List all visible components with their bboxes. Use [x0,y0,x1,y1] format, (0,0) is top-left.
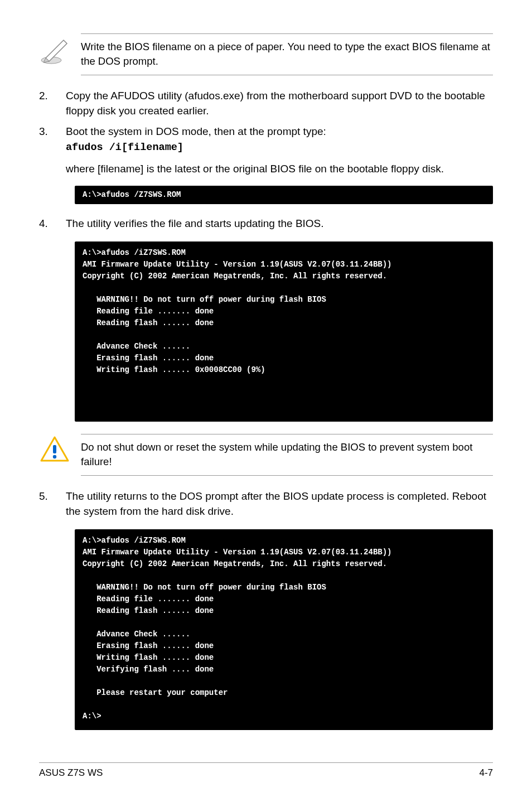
pen-icon [39,35,70,66]
caution-icon [39,435,70,463]
step-number: 5. [39,489,66,519]
where-paragraph: where [filename] is the latest or the or… [66,162,493,177]
svg-rect-2 [53,445,56,453]
note-text: Write the BIOS filename on a piece of pa… [81,33,493,75]
step-4: 4. The utility verifies the file and sta… [39,216,493,231]
step-body: Copy the AFUDOS utility (afudos.exe) fro… [66,89,493,119]
caution-block: Do not shut down or reset the system whi… [39,434,493,476]
terminal-output-1: A:\>afudos /Z7SWS.ROM [75,186,493,204]
step-body: The utility verifies the file and starts… [66,216,493,231]
icon-col [39,33,81,68]
step-number: 4. [39,216,66,231]
icon-col [39,434,81,465]
step-3-text: Boot the system in DOS mode, then at the… [66,125,326,137]
step-3-code: afudos /i[filename] [66,142,183,153]
terminal-output-3: A:\>afudos /iZ7SWS.ROM AMI Firmware Upda… [75,529,493,730]
footer-left: ASUS Z7S WS [39,767,103,779]
step-body: The utility returns to the DOS prompt af… [66,489,493,519]
step-3: 3. Boot the system in DOS mode, then at … [39,124,493,155]
step-body: Boot the system in DOS mode, then at the… [66,124,493,155]
step-number: 3. [39,124,66,155]
footer-right: 4-7 [479,767,493,779]
caution-text: Do not shut down or reset the system whi… [81,434,493,476]
terminal-output-2: A:\>afudos /iZ7SWS.ROM AMI Firmware Upda… [75,241,493,422]
svg-point-3 [53,455,56,458]
page-footer: ASUS Z7S WS 4-7 [39,762,493,779]
step-number: 2. [39,89,66,119]
note-block-pen: Write the BIOS filename on a piece of pa… [39,33,493,75]
step-2: 2. Copy the AFUDOS utility (afudos.exe) … [39,89,493,119]
step-5: 5. The utility returns to the DOS prompt… [39,489,493,519]
